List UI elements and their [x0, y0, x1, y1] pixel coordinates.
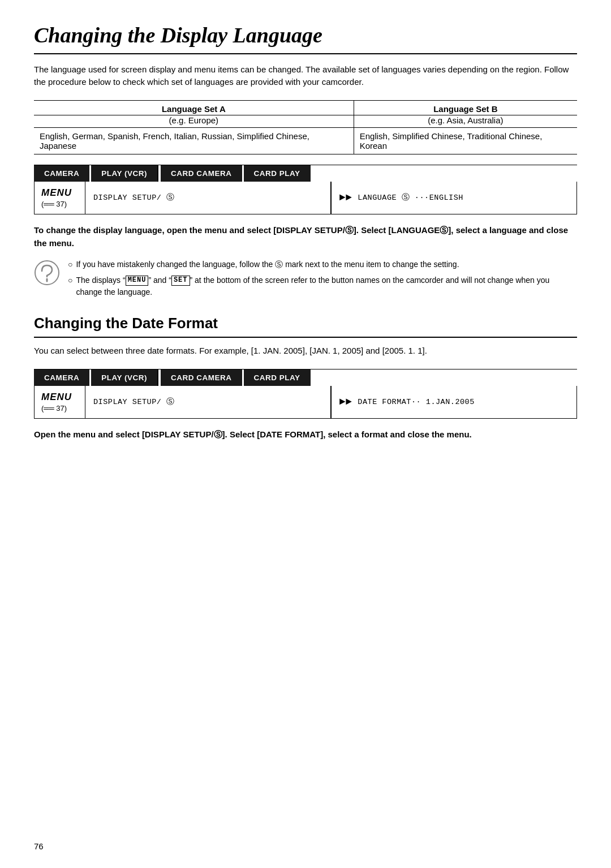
card-play-mode-btn-1: CARD PLAY — [244, 165, 311, 182]
section2-title: Changing the Date Format — [34, 315, 577, 332]
lang-set-a-content: English, German, Spanish, French, Italia… — [34, 127, 354, 154]
menu-screen-2b: ►► DATE FORMAT·· 1.JAN.2005 — [332, 390, 576, 413]
menu-display-1: MENU (══ 37) DISPLAY SETUP/ Ⓢ ►► LANGUAG… — [34, 182, 577, 214]
menu-label-1: MENU — [41, 187, 78, 199]
menu-screen-1b-text: LANGUAGE Ⓢ ···ENGLISH — [358, 192, 463, 203]
lang-set-a-header: Language Set A — [34, 100, 354, 115]
lang-set-b-header: Language Set B — [354, 100, 577, 115]
lang-set-a-sub: (e.g. Europe) — [34, 115, 354, 127]
menu-screen-1b: ►► LANGUAGE Ⓢ ···ENGLISH — [332, 186, 576, 209]
menu-page-ref-1: (══ 37) — [41, 200, 78, 208]
card-camera-mode-btn-2: CARD CAMERA — [161, 369, 242, 386]
menu-label-2: MENU — [41, 392, 78, 403]
mode-bar-spacer-1 — [311, 165, 577, 182]
lang-set-b-sub: (e.g. Asia, Australia) — [354, 115, 577, 127]
card-play-mode-btn-2: CARD PLAY — [244, 369, 311, 386]
section2-rule — [34, 337, 577, 338]
menu-screens-1: DISPLAY SETUP/ Ⓢ ►► LANGUAGE Ⓢ ···ENGLIS… — [85, 182, 576, 214]
section2-intro: You can select between three date format… — [34, 345, 577, 358]
note-bullet-1: ○ If you have mistakenly changed the lan… — [68, 259, 577, 271]
card-camera-mode-btn-1: CARD CAMERA — [161, 165, 242, 182]
note-icon — [34, 260, 60, 286]
menu-page-ref-2: (══ 37) — [41, 404, 78, 412]
note-bullet-mark-1: ○ — [68, 259, 72, 271]
note-text-2: The displays “MENU” and “SET” at the bot… — [76, 274, 577, 299]
instruction-2-text: Open the menu and select [DISPLAY SETUP/… — [34, 429, 472, 439]
menu-screen-2a: DISPLAY SETUP/ Ⓢ — [85, 391, 330, 412]
note-bullet-2: ○ The displays “MENU” and “SET” at the b… — [68, 274, 577, 299]
title-divider — [34, 53, 577, 54]
menu-label-col-2: MENU (══ 37) — [35, 386, 85, 418]
mode-bar-2: CAMERA PLAY (VCR) CARD CAMERA CARD PLAY — [34, 369, 577, 386]
play-vcr-mode-btn-1: PLAY (VCR) — [91, 165, 157, 182]
menu-box-label: MENU — [126, 276, 149, 286]
menu-screen-1a: DISPLAY SETUP/ Ⓢ — [85, 187, 330, 208]
menu-screens-2: DISPLAY SETUP/ Ⓢ ►► DATE FORMAT·· 1.JAN.… — [85, 386, 576, 418]
main-title: Changing the Display Language — [34, 23, 577, 49]
instruction-1-text: To change the display language, open the… — [34, 225, 568, 248]
mode-bar-spacer-2 — [311, 369, 577, 386]
note-content: ○ If you have mistakenly changed the lan… — [68, 259, 577, 302]
note-text-1: If you have mistakenly changed the langu… — [76, 259, 459, 271]
language-table: Language Set A Language Set B (e.g. Euro… — [34, 100, 577, 154]
note-bullet-mark-2: ○ — [68, 274, 72, 299]
menu-label-col-1: MENU (══ 37) — [35, 182, 85, 214]
lang-set-b-content: English, Simplified Chinese, Traditional… — [354, 127, 577, 154]
instruction-paragraph-2: Open the menu and select [DISPLAY SETUP/… — [34, 428, 577, 441]
page-number: 76 — [34, 841, 44, 851]
instruction-paragraph-1: To change the display language, open the… — [34, 224, 577, 250]
intro-paragraph: The language used for screen display and… — [34, 63, 577, 89]
mode-bar-1: CAMERA PLAY (VCR) CARD CAMERA CARD PLAY — [34, 165, 577, 182]
menu-screen-2b-text: DATE FORMAT·· 1.JAN.2005 — [358, 398, 474, 406]
camera-mode-btn-2: CAMERA — [34, 369, 89, 386]
set-box-label: SET — [171, 276, 190, 286]
menu-arrow-1: ►► — [339, 192, 352, 203]
note-box: ○ If you have mistakenly changed the lan… — [34, 259, 577, 302]
play-vcr-mode-btn-2: PLAY (VCR) — [91, 369, 157, 386]
menu-arrow-2: ►► — [339, 396, 352, 407]
camera-mode-btn-1: CAMERA — [34, 165, 89, 182]
menu-display-2: MENU (══ 37) DISPLAY SETUP/ Ⓢ ►► DATE FO… — [34, 386, 577, 419]
